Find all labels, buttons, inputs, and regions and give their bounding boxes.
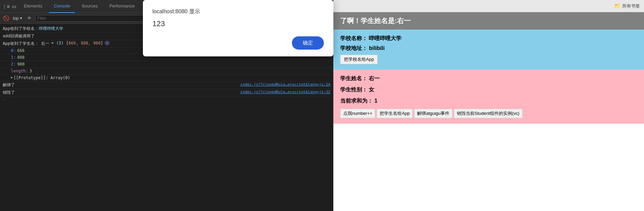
browser-topbar: 📁 所有书签 — [333, 0, 644, 12]
page-header-section: 了啊！学生姓名是:右一 — [333, 12, 644, 30]
student-btn-bar: 点我number++ 把学生名给App 解绑atguigu事件 销毁当前Stud… — [340, 109, 637, 118]
alert-title: localhost:8080 显示 — [152, 8, 324, 15]
folder-icon: 📁 — [614, 3, 621, 9]
school-name-to-app-button[interactable]: 把学校名给App — [340, 55, 378, 64]
device-icon[interactable]: ▭ — [11, 3, 17, 10]
student-name-to-app-button[interactable]: 把学生名给App — [377, 109, 413, 118]
school-name-field: 学校名称： 哔哩哔哩大学 — [340, 35, 637, 42]
array-info-badge: i — [104, 41, 110, 45]
eye-icon[interactable]: 👁 — [26, 15, 33, 22]
increment-button[interactable]: 点我number++ — [340, 109, 375, 118]
unbind-event-button[interactable]: 解绑atguigu事件 — [414, 109, 452, 118]
alert-message: 123 — [152, 19, 324, 28]
page-header-title: 了啊！学生姓名是:右一 — [340, 16, 637, 25]
school-addr-field: 学校地址： bilibili — [340, 45, 637, 52]
right-panel: 📁 所有书签 了啊！学生姓名是:右一 学校名称： 哔哩哔哩大学 学校地址： bi… — [333, 0, 644, 211]
console-line-xiaohui: 销毁了 index.js??clonedRule…e=script&lang=j… — [0, 89, 333, 96]
bookmarks-label: 所有书签 — [622, 3, 640, 9]
clear-console-button[interactable]: 🚫 — [3, 15, 10, 22]
inspect-icon[interactable]: ⋮≡ — [3, 3, 9, 10]
student-name-field: 学生姓名： 右一 — [340, 75, 637, 82]
console-cursor[interactable]: › — [0, 96, 333, 103]
student-gender-field: 学生性别： 女 — [340, 86, 637, 93]
array-prototype: ▶ [[Prototype]]: Array(0) — [0, 75, 333, 82]
student-section: 学生姓名： 右一 学生性别： 女 当前求和为： 1 点我number++ 把学生… — [333, 70, 644, 124]
array-item-2: 2: 900 — [0, 61, 333, 68]
page-content: 了啊！学生姓名是:右一 学校名称： 哔哩哔哩大学 学校地址： bilibili … — [333, 12, 644, 211]
console-line-jiebang: 解绑了 index.js??clonedRule…e=script&lang=j… — [0, 82, 333, 89]
tab-console[interactable]: Console — [49, 0, 75, 13]
school-section: 学校名称： 哔哩哔哩大学 学校地址： bilibili 把学校名给App — [333, 30, 644, 70]
alert-dialog: localhost:8080 显示 123 确定 — [143, 0, 333, 56]
tab-performance[interactable]: Performance — [105, 0, 139, 13]
bookmarks-button[interactable]: 📁 所有书签 — [614, 3, 640, 9]
tab-elements[interactable]: Elements — [19, 0, 47, 13]
context-selector[interactable]: top ▼ — [12, 15, 24, 21]
array-length: length: 3 — [0, 68, 333, 75]
tab-sources[interactable]: Sources — [77, 0, 103, 13]
console-link-xiaohui[interactable]: index.js??clonedRule…e=script&lang=js:32 — [240, 90, 330, 94]
alert-ok-button[interactable]: 确定 — [292, 36, 324, 50]
prototype-expand[interactable]: ▶ — [11, 75, 13, 79]
student-sum-field: 当前求和为： 1 — [340, 98, 637, 105]
console-link-jiebang[interactable]: index.js??clonedRule…e=script&lang=js:24 — [240, 82, 330, 87]
alert-footer: 确定 — [152, 36, 324, 50]
destroy-student-button[interactable]: 销毁当前Student组件的实例(vc) — [454, 109, 522, 118]
